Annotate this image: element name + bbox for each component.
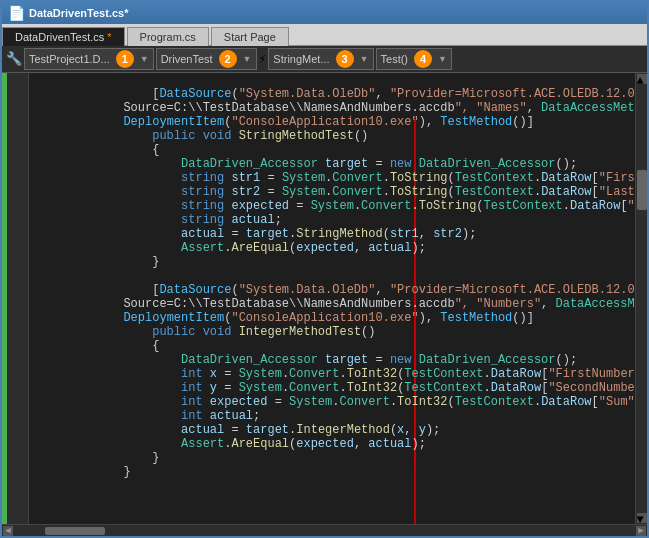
code-line: } <box>37 241 635 255</box>
title-bar: 📄 DataDrivenTest.cs* <box>2 2 647 24</box>
code-line: actual = target.StringMethod(str1, str2)… <box>37 213 635 227</box>
project-icon: 🔧 <box>6 51 22 67</box>
tab-datadriven[interactable]: DataDrivenTest.cs <box>2 27 125 46</box>
marker-2: 2 <box>219 50 237 68</box>
method-selector[interactable]: StringMet... 3 ▼ <box>268 48 373 70</box>
marker-1: 1 <box>116 50 134 68</box>
left-margin <box>7 73 29 524</box>
scroll-left-arrow[interactable]: ◀ <box>3 526 13 536</box>
code-line: Assert.AreEqual(expected, actual); <box>37 423 635 437</box>
method-icon: ⚡ <box>259 51 267 67</box>
horizontal-scrollbar[interactable]: ◀ ▶ <box>2 524 647 536</box>
code-line: int actual; <box>37 395 635 409</box>
code-line: [DataSource("System.Data.OleDb", "Provid… <box>37 269 635 283</box>
code-line: { <box>37 129 635 143</box>
method2-selector-text: Test() <box>381 53 409 65</box>
project-selector-text: TestProject1.D... <box>29 53 110 65</box>
marker-4: 4 <box>414 50 432 68</box>
method-selector-text: StringMet... <box>273 53 329 65</box>
method2-selector[interactable]: Test() 4 ▼ <box>376 48 452 70</box>
code-line: string str1 = System.Convert.ToString(Te… <box>37 157 635 171</box>
class-selector[interactable]: DrivenTest 2 ▼ <box>156 48 257 70</box>
scroll-right-arrow[interactable]: ▶ <box>636 526 646 536</box>
title-text: DataDrivenTest.cs* <box>29 7 128 19</box>
scroll-thumb[interactable] <box>637 170 647 210</box>
scrollbar[interactable]: ▲ ▼ <box>635 73 647 524</box>
method-dropdown-arrow: ▼ <box>360 54 369 64</box>
code-line: int expected = System.Convert.ToInt32(Te… <box>37 381 635 395</box>
code-line: public void IntegerMethodTest() <box>37 311 635 325</box>
code-line: Assert.AreEqual(expected, actual); <box>37 227 635 241</box>
code-line: } <box>37 437 635 451</box>
title-icon: 📄 <box>8 5 25 21</box>
tab-bar: DataDrivenTest.cs Program.cs Start Page <box>2 24 647 46</box>
marker-3: 3 <box>336 50 354 68</box>
code-line: DeploymentItem("ConsoleApplication10.exe… <box>37 101 635 115</box>
tab-startpage[interactable]: Start Page <box>211 27 289 46</box>
class-dropdown-arrow: ▼ <box>243 54 252 64</box>
code-line: int y = System.Convert.ToInt32(TestConte… <box>37 367 635 381</box>
code-line: actual = target.IntegerMethod(x, y); <box>37 409 635 423</box>
code-line: Source=C:\\TestDatabase\\NamesAndNumbers… <box>37 87 635 101</box>
code-line: int x = System.Convert.ToInt32(TestConte… <box>37 353 635 367</box>
tab-label-program: Program.cs <box>140 31 196 43</box>
code-line: DeploymentItem("ConsoleApplication10.exe… <box>37 297 635 311</box>
code-content[interactable]: [DataSource("System.Data.OleDb", "Provid… <box>29 73 635 524</box>
code-line: { <box>37 325 635 339</box>
code-line: string expected = System.Convert.ToStrin… <box>37 185 635 199</box>
code-line: DataDriven_Accessor target = new DataDri… <box>37 143 635 157</box>
code-line: [DataSource("System.Data.OleDb", "Provid… <box>37 73 635 87</box>
horizontal-scroll-thumb[interactable] <box>45 527 105 535</box>
code-line: } <box>37 451 635 465</box>
class-selector-text: DrivenTest <box>161 53 213 65</box>
scroll-up-arrow[interactable]: ▲ <box>637 74 647 84</box>
tab-program[interactable]: Program.cs <box>127 27 209 46</box>
editor-area: [DataSource("System.Data.OleDb", "Provid… <box>2 73 647 524</box>
main-window: 📄 DataDrivenTest.cs* DataDrivenTest.cs P… <box>0 0 649 538</box>
code-line: string actual; <box>37 199 635 213</box>
code-line <box>37 255 635 269</box>
tab-label-startpage: Start Page <box>224 31 276 43</box>
project-selector[interactable]: TestProject1.D... 1 ▼ <box>24 48 154 70</box>
scroll-down-arrow[interactable]: ▼ <box>637 513 647 523</box>
code-line: DataDriven_Accessor target = new DataDri… <box>37 339 635 353</box>
breadcrumb-bar: 🔧 TestProject1.D... 1 ▼ DrivenTest 2 ▼ ⚡… <box>2 46 647 73</box>
tab-label-datadriven: DataDrivenTest.cs <box>15 31 104 43</box>
method2-dropdown-arrow: ▼ <box>438 54 447 64</box>
project-dropdown-arrow: ▼ <box>140 54 149 64</box>
code-line: string str2 = System.Convert.ToString(Te… <box>37 171 635 185</box>
code-line: Source=C:\\TestDatabase\\NamesAndNumbers… <box>37 283 635 297</box>
code-line: public void StringMethodTest() <box>37 115 635 129</box>
